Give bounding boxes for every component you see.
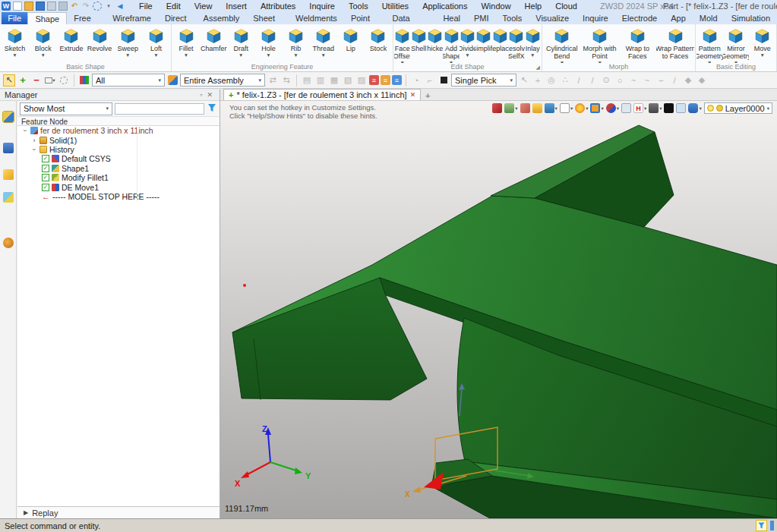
new-file-icon[interactable] [13,2,22,11]
tree-row[interactable]: › › ✓ ← fer de roulement 3 inch x 11inch [17,126,220,135]
window-select-icon[interactable]: ▾ [44,74,56,87]
entity-filter-icon[interactable] [756,520,767,531]
ribbon-button[interactable]: Cylindrical Bend ▼ [543,25,581,63]
chevron-down-icon[interactable]: ▼ [293,52,298,58]
wireframe-icon[interactable]: ▾ [560,103,573,113]
menu-item[interactable]: Attributes [254,1,302,11]
ribbon-tab[interactable]: Simulation [725,12,777,24]
ribbon-tab[interactable]: App [664,12,693,24]
ribbon-tab[interactable]: Inquire [576,12,615,24]
chevron-down-icon[interactable]: ▼ [184,52,188,58]
library-icon[interactable]: ≡ [381,75,390,85]
chevron-down-icon[interactable]: ▼ [41,52,46,58]
chevron-down-icon[interactable]: ▾ [586,105,588,112]
lasso-select-icon[interactable] [58,74,70,87]
ribbon-button[interactable]: Hole ▼ [254,25,282,63]
ribbon-button[interactable]: Move ▼ [749,25,775,63]
sketch-tool-icon[interactable]: ~ [627,74,640,87]
ribbon-button[interactable]: Thread ▼ [310,25,337,63]
ribbon-button[interactable]: Sweep ▼ [114,25,142,63]
chevron-down-icon[interactable]: ▾ [570,105,573,112]
tree-row[interactable]: › › ✓ ← History [17,145,220,154]
sketch-tool-icon[interactable]: ↖ [518,74,530,87]
chevron-down-icon[interactable]: ▼ [153,52,158,58]
chevron-down-icon[interactable]: ▾ [515,105,517,112]
white-swatch-icon[interactable]: ▾ [676,103,686,113]
align-view-icon[interactable]: H ▾ [633,103,646,113]
print-icon[interactable] [47,2,56,11]
history-tool-icon[interactable]: ◔ [410,74,422,87]
pin-panel-icon[interactable]: ▫ [197,91,204,99]
ribbon-button[interactable]: Inlay ▼ [525,25,541,63]
ribbon-tab[interactable]: PMI [467,12,496,24]
ribbon-button[interactable]: Rib ▼ [283,25,310,63]
sketch-tool-icon[interactable]: / [573,74,585,87]
menu-item[interactable]: Cloud [548,1,584,11]
render-mode-icon[interactable]: ▾ [504,103,517,113]
viewport-canvas[interactable]: You can set the hotkey in Customize Sett… [220,101,777,518]
menu-item[interactable]: Insert [219,1,254,11]
ribbon-button[interactable]: Block ▼ [29,25,57,63]
chevron-down-icon[interactable]: ▼ [465,52,469,58]
visibility-checkbox[interactable]: ✓ [42,155,49,162]
replay-toggle[interactable]: ▶ Replay [17,506,220,518]
ribbon-tab[interactable]: Data Exchange [385,12,436,24]
select-cursor-icon[interactable]: ↖ [3,74,15,87]
visibility-checkbox[interactable]: ✓ [42,184,49,191]
model-stop-arrow-icon[interactable]: ← [42,192,50,201]
close-tab-icon[interactable]: ✕ [410,91,416,99]
sketch-tool-icon[interactable]: ◆ [696,74,708,87]
web-session-icon[interactable]: ≡ [392,75,402,85]
menu-item[interactable]: File [132,1,160,11]
color-wheel-icon[interactable]: ▾ [575,103,588,113]
tree-row-label[interactable]: Default CSYS [62,154,111,163]
eraser-icon[interactable]: ▾ [520,103,530,113]
ribbon-button[interactable]: Chamfer ▼ [200,25,227,63]
exit-icon[interactable]: ▾ [492,103,502,113]
ribbon-button[interactable]: Replace ▼ [492,25,508,63]
view-manager-icon[interactable] [3,169,14,180]
visual-manager-icon[interactable] [3,192,14,203]
visibility-checkbox[interactable]: ✓ [42,165,49,172]
align-tool-icon[interactable]: ▥ [314,74,327,87]
selection-filter-icon[interactable] [93,2,102,11]
ribbon-button[interactable]: Revolve ▼ [86,25,114,63]
expand-open-icon[interactable]: › [30,146,38,153]
ribbon-button[interactable]: Face Offset ▼ [394,25,410,63]
align-tool-icon[interactable]: ▨ [355,74,368,87]
tree-row-label[interactable]: DE Move1 [62,183,99,192]
visibility-checkbox[interactable]: ✓ [42,174,49,181]
dialog-launcher-icon[interactable]: ◢ [536,65,540,71]
ribbon-button[interactable]: Sketch ▼ [1,25,29,63]
ribbon-button[interactable]: Stock ▼ [365,25,392,63]
customize-dropdown-icon[interactable]: ▾ [104,2,113,11]
black-swatch-icon[interactable]: ▾ [664,103,674,113]
ribbon-tab[interactable]: Mold [693,12,725,24]
zoom-window-icon[interactable]: ▾ [621,103,631,113]
sketch-tool-icon[interactable]: ◎ [545,74,557,87]
ribbon-tab[interactable]: Wireframe [106,12,158,24]
ribbon-tab[interactable]: Weldments [289,12,344,24]
align-tool-icon[interactable]: ▧ [342,74,354,87]
sketch-tool-icon[interactable]: ⌣ [655,74,667,87]
chevron-down-icon[interactable]: ▼ [321,52,325,58]
ribbon-tab[interactable]: Shape [27,12,67,24]
toolbar-icon[interactable]: ⇄ [267,74,279,87]
ribbon-button[interactable]: Draft ▼ [227,25,254,63]
scope-combo[interactable]: Entire Assembly▾ [180,74,265,87]
ribbon-button[interactable]: Divide ▼ [460,25,475,63]
chevron-down-icon[interactable]: ▾ [699,105,701,112]
ribbon-tab[interactable]: Sheet Metal [246,12,289,24]
document-tab[interactable]: + * felix-1.Z3 - [fer de roulement 3 inc… [223,89,421,100]
menu-item[interactable]: Utilities [375,1,415,11]
tree-row-label[interactable]: Solid(1) [49,136,77,145]
material-icon[interactable]: ▾ [688,103,701,113]
ribbon-button[interactable]: Shell ▼ [410,25,426,63]
filter-combo[interactable]: All▾ [92,74,165,87]
layer-combo[interactable]: Layer0000 ▾ [704,102,772,114]
menu-item[interactable]: Window [474,1,517,11]
expand-open-icon[interactable]: › [21,127,29,134]
tree-row[interactable]: › › ✓ ← Shape1 [17,164,220,173]
tree-column-header[interactable]: Feature Node [17,116,220,126]
remove-select-icon[interactable]: − [30,74,43,87]
